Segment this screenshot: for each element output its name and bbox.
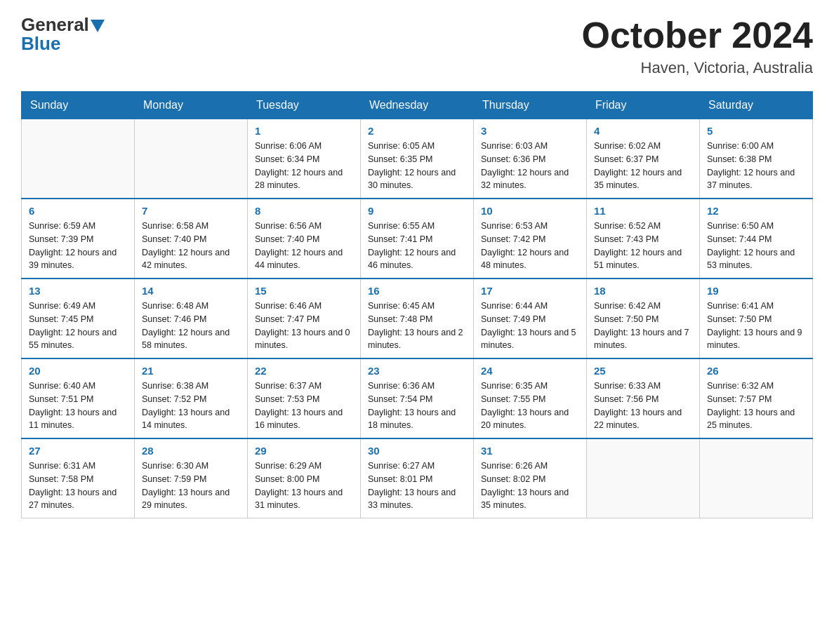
calendar-cell: 8Sunrise: 6:56 AMSunset: 7:40 PMDaylight… [248, 199, 361, 279]
calendar-week-row: 1Sunrise: 6:06 AMSunset: 6:34 PMDaylight… [22, 119, 813, 199]
day-info: Sunrise: 6:48 AMSunset: 7:46 PMDaylight:… [142, 300, 240, 352]
weekday-header-monday: Monday [135, 92, 248, 119]
calendar-week-row: 27Sunrise: 6:31 AMSunset: 7:58 PMDayligh… [22, 438, 813, 518]
weekday-header-thursday: Thursday [474, 92, 587, 119]
calendar-cell [587, 438, 700, 518]
day-number: 29 [255, 445, 353, 457]
calendar-cell: 16Sunrise: 6:45 AMSunset: 7:48 PMDayligh… [361, 279, 474, 358]
day-info: Sunrise: 6:27 AMSunset: 8:01 PMDaylight:… [368, 459, 466, 512]
day-info: Sunrise: 6:53 AMSunset: 7:42 PMDaylight:… [481, 220, 579, 272]
day-info: Sunrise: 6:03 AMSunset: 6:36 PMDaylight:… [481, 140, 579, 192]
day-info: Sunrise: 6:40 AMSunset: 7:51 PMDaylight:… [29, 380, 127, 432]
day-info: Sunrise: 6:30 AMSunset: 7:59 PMDaylight:… [142, 459, 240, 512]
day-number: 1 [255, 125, 353, 137]
day-info: Sunrise: 6:41 AMSunset: 7:50 PMDaylight:… [707, 300, 805, 352]
calendar-cell: 6Sunrise: 6:59 AMSunset: 7:39 PMDaylight… [22, 199, 135, 279]
weekday-header-saturday: Saturday [700, 92, 813, 119]
day-info: Sunrise: 6:02 AMSunset: 6:37 PMDaylight:… [594, 140, 692, 192]
day-info: Sunrise: 6:26 AMSunset: 8:02 PMDaylight:… [481, 459, 579, 512]
day-info: Sunrise: 6:56 AMSunset: 7:40 PMDaylight:… [255, 220, 353, 272]
calendar-cell: 15Sunrise: 6:46 AMSunset: 7:47 PMDayligh… [248, 279, 361, 358]
day-info: Sunrise: 6:58 AMSunset: 7:40 PMDaylight:… [142, 220, 240, 272]
page-header: General Blue October 2024 Haven, Victori… [21, 14, 813, 77]
day-info: Sunrise: 6:37 AMSunset: 7:53 PMDaylight:… [255, 380, 353, 432]
day-info: Sunrise: 6:31 AMSunset: 7:58 PMDaylight:… [29, 459, 127, 512]
calendar-week-row: 6Sunrise: 6:59 AMSunset: 7:39 PMDaylight… [22, 199, 813, 279]
day-info: Sunrise: 6:35 AMSunset: 7:55 PMDaylight:… [481, 380, 579, 432]
day-number: 19 [707, 285, 805, 297]
calendar-cell: 30Sunrise: 6:27 AMSunset: 8:01 PMDayligh… [361, 438, 474, 518]
day-number: 25 [594, 365, 692, 377]
day-number: 13 [29, 285, 127, 297]
calendar-cell: 1Sunrise: 6:06 AMSunset: 6:34 PMDaylight… [248, 119, 361, 199]
calendar-cell: 26Sunrise: 6:32 AMSunset: 7:57 PMDayligh… [700, 358, 813, 438]
day-number: 6 [29, 205, 127, 217]
calendar-cell: 24Sunrise: 6:35 AMSunset: 7:55 PMDayligh… [474, 358, 587, 438]
day-info: Sunrise: 6:49 AMSunset: 7:45 PMDaylight:… [29, 300, 127, 352]
day-info: Sunrise: 6:06 AMSunset: 6:34 PMDaylight:… [255, 140, 353, 192]
day-info: Sunrise: 6:38 AMSunset: 7:52 PMDaylight:… [142, 380, 240, 432]
day-info: Sunrise: 6:50 AMSunset: 7:44 PMDaylight:… [707, 220, 805, 272]
day-number: 3 [481, 125, 579, 137]
location-title: Haven, Victoria, Australia [582, 59, 814, 77]
calendar-cell: 18Sunrise: 6:42 AMSunset: 7:50 PMDayligh… [587, 279, 700, 358]
calendar-cell: 25Sunrise: 6:33 AMSunset: 7:56 PMDayligh… [587, 358, 700, 438]
calendar-cell: 2Sunrise: 6:05 AMSunset: 6:35 PMDaylight… [361, 119, 474, 199]
calendar-cell: 20Sunrise: 6:40 AMSunset: 7:51 PMDayligh… [22, 358, 135, 438]
calendar-table: SundayMondayTuesdayWednesdayThursdayFrid… [21, 91, 813, 518]
day-info: Sunrise: 6:29 AMSunset: 8:00 PMDaylight:… [255, 459, 353, 512]
calendar-week-row: 20Sunrise: 6:40 AMSunset: 7:51 PMDayligh… [22, 358, 813, 438]
day-info: Sunrise: 6:33 AMSunset: 7:56 PMDaylight:… [594, 380, 692, 432]
calendar-cell: 29Sunrise: 6:29 AMSunset: 8:00 PMDayligh… [248, 438, 361, 518]
weekday-header-tuesday: Tuesday [248, 92, 361, 119]
calendar-cell: 9Sunrise: 6:55 AMSunset: 7:41 PMDaylight… [361, 199, 474, 279]
weekday-header-friday: Friday [587, 92, 700, 119]
day-number: 28 [142, 445, 240, 457]
day-number: 8 [255, 205, 353, 217]
calendar-cell: 21Sunrise: 6:38 AMSunset: 7:52 PMDayligh… [135, 358, 248, 438]
day-number: 14 [142, 285, 240, 297]
calendar-cell: 23Sunrise: 6:36 AMSunset: 7:54 PMDayligh… [361, 358, 474, 438]
day-info: Sunrise: 6:45 AMSunset: 7:48 PMDaylight:… [368, 300, 466, 352]
day-number: 30 [368, 445, 466, 457]
calendar-cell [700, 438, 813, 518]
day-number: 11 [594, 205, 692, 217]
calendar-cell: 5Sunrise: 6:00 AMSunset: 6:38 PMDaylight… [700, 119, 813, 199]
title-section: October 2024 Haven, Victoria, Australia [582, 14, 814, 77]
calendar-cell: 12Sunrise: 6:50 AMSunset: 7:44 PMDayligh… [700, 199, 813, 279]
day-number: 9 [368, 205, 466, 217]
day-number: 27 [29, 445, 127, 457]
weekday-header-sunday: Sunday [22, 92, 135, 119]
day-info: Sunrise: 6:32 AMSunset: 7:57 PMDaylight:… [707, 380, 805, 432]
day-info: Sunrise: 6:05 AMSunset: 6:35 PMDaylight:… [368, 140, 466, 192]
day-number: 10 [481, 205, 579, 217]
day-number: 12 [707, 205, 805, 217]
weekday-header-wednesday: Wednesday [361, 92, 474, 119]
day-number: 31 [481, 445, 579, 457]
logo: General Blue [21, 14, 105, 55]
day-info: Sunrise: 6:55 AMSunset: 7:41 PMDaylight:… [368, 220, 466, 272]
day-number: 4 [594, 125, 692, 137]
day-number: 2 [368, 125, 466, 137]
calendar-header-row: SundayMondayTuesdayWednesdayThursdayFrid… [22, 92, 813, 119]
day-number: 24 [481, 365, 579, 377]
logo-blue-text: Blue [21, 33, 60, 55]
day-info: Sunrise: 6:46 AMSunset: 7:47 PMDaylight:… [255, 300, 353, 352]
calendar-cell: 13Sunrise: 6:49 AMSunset: 7:45 PMDayligh… [22, 279, 135, 358]
day-info: Sunrise: 6:42 AMSunset: 7:50 PMDaylight:… [594, 300, 692, 352]
calendar-cell: 27Sunrise: 6:31 AMSunset: 7:58 PMDayligh… [22, 438, 135, 518]
day-number: 26 [707, 365, 805, 377]
day-info: Sunrise: 6:36 AMSunset: 7:54 PMDaylight:… [368, 380, 466, 432]
calendar-cell: 28Sunrise: 6:30 AMSunset: 7:59 PMDayligh… [135, 438, 248, 518]
day-number: 20 [29, 365, 127, 377]
day-number: 18 [594, 285, 692, 297]
day-number: 7 [142, 205, 240, 217]
day-number: 5 [707, 125, 805, 137]
calendar-cell: 19Sunrise: 6:41 AMSunset: 7:50 PMDayligh… [700, 279, 813, 358]
calendar-cell: 3Sunrise: 6:03 AMSunset: 6:36 PMDaylight… [474, 119, 587, 199]
month-title: October 2024 [582, 14, 814, 56]
logo-triangle-icon [91, 20, 105, 32]
calendar-cell: 10Sunrise: 6:53 AMSunset: 7:42 PMDayligh… [474, 199, 587, 279]
day-info: Sunrise: 6:44 AMSunset: 7:49 PMDaylight:… [481, 300, 579, 352]
calendar-cell: 17Sunrise: 6:44 AMSunset: 7:49 PMDayligh… [474, 279, 587, 358]
